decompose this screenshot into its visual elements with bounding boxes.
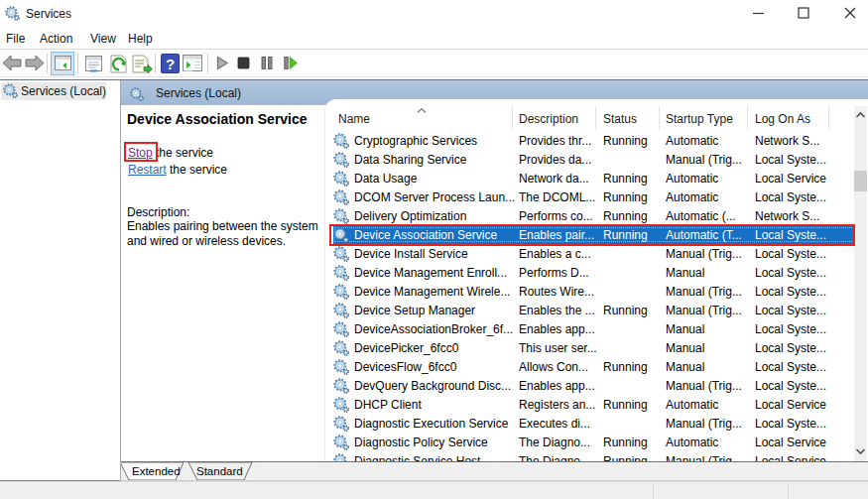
svg-text:?: ? xyxy=(166,56,175,72)
